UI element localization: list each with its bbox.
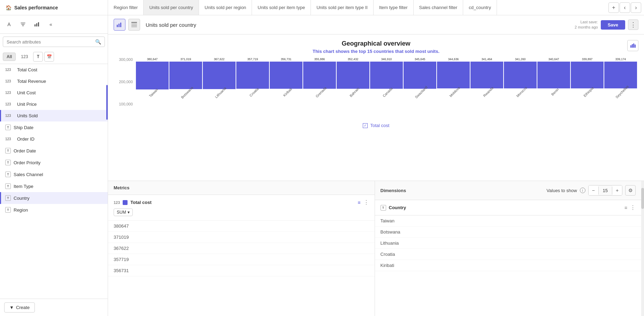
tab-prev-button[interactable]: ‹ (620, 2, 630, 13)
dimension-data-row: Botswana (375, 227, 642, 238)
attribute-item-order-date[interactable]: TOrder Date (0, 145, 108, 157)
text-format-button[interactable]: A (3, 18, 15, 31)
bar-group-moldova: 344,636Moldova (437, 57, 470, 103)
bar-value-label: 345,645 (415, 57, 426, 61)
attr-name-label: Item Type (14, 184, 33, 189)
legend-checkbox[interactable]: ✓ (363, 123, 368, 128)
attribute-item-item-type[interactable]: TItem Type (0, 180, 108, 192)
svg-rect-1 (36, 23, 37, 26)
chart-subtitle: This chart shows the top 15 countries th… (115, 49, 637, 54)
number-control: − 15 + (588, 185, 622, 196)
add-tab-button[interactable]: + (608, 2, 619, 13)
y-axis: 300,000 200,000 100,000 (115, 57, 134, 106)
metric-filter-icon: ≡ (358, 200, 360, 205)
collapse-button[interactable]: « (45, 18, 57, 31)
bar-chart-button[interactable] (114, 19, 125, 31)
dimension-data-row: Croatia (375, 249, 642, 260)
tab-units-sold-per-item-type[interactable]: Units sold per item type (252, 0, 311, 15)
attribute-list: 123Total Cost123Total Revenue123Unit Cos… (0, 64, 108, 299)
info-icon[interactable]: i (580, 188, 585, 193)
home-icon: 🏠 (6, 5, 12, 10)
scrollbar[interactable] (641, 181, 644, 316)
tab-region-filter[interactable]: Region filter (108, 0, 144, 15)
attr-type-icon: T (5, 160, 11, 165)
more-options-button[interactable]: ⋮ (628, 19, 638, 30)
dimensions-header: Dimensions Values to show i − 15 + ⚙ (375, 181, 642, 200)
svg-rect-12 (633, 44, 634, 48)
tab-item-type-filter[interactable]: Item type filter (374, 0, 414, 15)
search-icon: 🔍 (95, 39, 101, 45)
create-button[interactable]: ▼ Create (4, 302, 35, 313)
tab-next-button[interactable]: › (631, 2, 641, 13)
attr-name-label: Region (14, 207, 28, 213)
bar-value-label: 371,019 (181, 57, 191, 61)
chart-button[interactable] (31, 18, 43, 31)
bar-group-swaziland: 345,645Swaziland (404, 57, 436, 103)
table-chart-button[interactable] (128, 19, 140, 31)
tab-units-sold-per-item-type-ii[interactable]: Units sold per item type II (311, 0, 374, 15)
attribute-item-sales-channel[interactable]: TSales Channel (0, 168, 108, 180)
attr-type-icon: T (5, 195, 11, 201)
settings-button[interactable]: ⚙ (625, 185, 636, 196)
bar-label: Morocco (515, 86, 534, 104)
bar-rect (169, 62, 202, 89)
dimensions-title: Dimensions (381, 188, 544, 193)
filter-tab-all[interactable]: All (3, 53, 16, 61)
bar-value-label: 355,886 (314, 57, 325, 61)
bar-rect (571, 62, 604, 88)
svg-rect-2 (38, 22, 39, 26)
attribute-item-unit-price[interactable]: 123Unit Price (0, 98, 108, 110)
values-count: 15 (598, 187, 612, 195)
filter-button[interactable] (17, 18, 29, 31)
attribute-item-unit-cost[interactable]: 123Unit Cost (0, 87, 108, 98)
bar-label: Kiribati (282, 87, 298, 103)
dimension-data-row: Lithuania (375, 238, 642, 249)
metric-data-row: 371019 (108, 232, 375, 243)
attribute-item-country[interactable]: TCountry (0, 192, 108, 204)
dimension-more-button[interactable]: ⋮ (630, 204, 636, 211)
metric-data-row: 356731 (108, 265, 375, 276)
bar-rect (404, 62, 436, 89)
attribute-item-total-cost[interactable]: 123Total Cost (0, 64, 108, 76)
bar-label: Croatia (249, 87, 265, 103)
bar-value-label: 356,731 (281, 57, 292, 61)
bar-group-grenada: 355,886Grenada (303, 57, 336, 103)
attr-name-label: Unit Cost (17, 90, 36, 95)
attribute-item-region[interactable]: TRegion (0, 204, 108, 216)
attr-name-label: Total Revenue (17, 79, 46, 84)
attribute-item-total-revenue[interactable]: 123Total Revenue (0, 76, 108, 87)
metric-data-rows: 380647371019367622357719356731 (108, 221, 375, 276)
search-input[interactable] (7, 39, 93, 45)
filter-tab-123[interactable]: 123 (17, 53, 32, 61)
bar-value-label: 357,719 (247, 57, 258, 61)
attribute-item-ship-date[interactable]: TShip Date (0, 121, 108, 133)
save-button[interactable]: Save (601, 20, 625, 30)
aggregation-selector[interactable]: SUM ▾ (114, 208, 133, 216)
attribute-item-order-priority[interactable]: TOrder Priority (0, 157, 108, 168)
filter-tab-calendar-icon[interactable]: 📅 (44, 52, 54, 62)
tab-cd_country[interactable]: cd_country (463, 0, 497, 15)
metric-more-button[interactable]: ⋮ (363, 199, 369, 206)
svg-rect-5 (120, 23, 121, 27)
legend-label[interactable]: Total cost (370, 123, 390, 128)
scrollbar-thumb[interactable] (641, 188, 644, 209)
dimension-type-icon: T (381, 205, 386, 211)
filter-tab-text-icon[interactable]: T (33, 52, 43, 62)
tab-units-sold-per-region[interactable]: Units sold per region (199, 0, 252, 15)
increase-button[interactable]: + (612, 185, 622, 195)
attr-type-icon: T (5, 172, 11, 177)
attribute-item-units-sold[interactable]: 123Units Sold (0, 110, 108, 121)
bar-group-canada: 346,910Canada (370, 57, 403, 103)
chart-main-title: Geographical overview (115, 40, 637, 47)
chart-title: Units sold per country (146, 22, 572, 28)
svg-rect-6 (131, 22, 137, 23)
chart-expand-button[interactable] (627, 40, 638, 51)
bar-group-kiribati: 356,731Kiribati (270, 57, 302, 103)
attribute-item-order-id[interactable]: 123Order ID (0, 133, 108, 145)
attr-type-icon: T (5, 207, 11, 213)
tab-units-sold-per-country[interactable]: Units sold per country (144, 0, 199, 15)
bar-label: Benin (551, 87, 566, 102)
decrease-button[interactable]: − (589, 185, 598, 195)
tab-sales-channel-filter[interactable]: Sales channel filter (414, 0, 463, 15)
bar-label: Canada (382, 86, 399, 103)
